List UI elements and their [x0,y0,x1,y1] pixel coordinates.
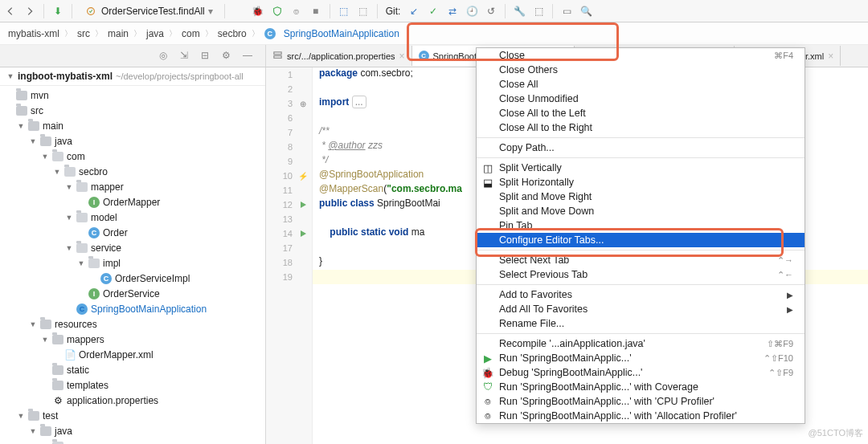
menu-item[interactable]: Pin Tab [477,218,805,233]
crumb[interactable]: src [77,28,90,39]
menu-item[interactable]: Rename File... [477,316,805,331]
menu-item[interactable]: Copy Path... [477,141,805,155]
profile-icon[interactable]: ⌾ [289,4,304,18]
menu-item[interactable]: Close All [477,77,805,92]
menu-item[interactable]: Close All to the Right [477,120,805,135]
tree-label: SpringBootMainApplication [91,303,207,315]
fold-icon[interactable]: ⊕ [297,98,309,109]
tree-node[interactable]: ▼main [0,118,265,133]
gear-icon[interactable]: ⚙ [222,50,235,63]
tree-node[interactable]: ▼secbro [0,164,265,179]
split-vertical-icon: ◫ [482,162,493,173]
menu-item[interactable]: 🛡Run 'SpringBootMainApplic...' with Cove… [477,380,805,394]
menu-item[interactable]: ⌾Run 'SpringBootMainApplic...' with 'All… [477,409,805,423]
submenu-arrow-icon: ▶ [787,305,793,314]
tree-node[interactable]: ▼com [0,438,265,444]
tree-node[interactable]: COrderServiceImpl [0,271,265,286]
close-icon[interactable]: × [828,51,833,62]
tree-node[interactable]: IOrderMapper [0,194,265,210]
tree-node[interactable]: ⚙application.properties [0,393,265,408]
menu-item[interactable]: ▶Run 'SpringBootMainApplic...'⌃⇧F10 [477,351,805,365]
tree-node[interactable]: src [0,103,265,118]
project-tree: mvnsrc▼main▼java▼com▼secbro▼mapperIOrder… [0,86,265,444]
coverage-icon[interactable] [270,4,285,18]
crumb[interactable]: main [108,28,129,39]
menu-item[interactable]: Recompile '...ainApplication.java'⇧⌘F9 [477,336,805,351]
menu-item[interactable]: ◫Split Vertically [477,161,805,175]
vcs-history-icon[interactable]: 🕘 [465,4,479,18]
separator [552,4,553,18]
spring-icon[interactable]: ⚡ [297,170,309,181]
tree-node[interactable]: static [0,362,265,377]
run-gutter-icon[interactable] [297,228,309,239]
tree-node[interactable]: ▼com [0,149,265,164]
locate-icon[interactable]: ◎ [159,50,172,63]
menu-item[interactable]: Select Next Tab⌃→ [477,253,805,267]
search-everywhere-icon[interactable]: 🔧 [512,4,526,18]
add-config-icon[interactable]: ⬇ [51,4,65,18]
project-root[interactable]: ▼ ingboot-mybatis-xml ~/develop/projects… [0,67,265,86]
vcs-compare-icon[interactable]: ⇄ [445,4,460,18]
menu-item[interactable]: Close⌘F4 [477,48,805,63]
menu-item[interactable]: Close All to the Left [477,106,805,120]
menu-item[interactable]: Split and Move Down [477,204,805,218]
deploy-icon[interactable]: ⬚ [337,4,351,18]
menu-item[interactable]: Close Unmodified [477,92,805,106]
menu-item[interactable]: 🐞Debug 'SpringBootMainApplic...'⌃⇧F9 [477,365,805,380]
tree-node[interactable]: CSpringBootMainApplication [0,301,265,316]
crumb[interactable]: mybatis-xml [8,28,59,39]
menu-item[interactable]: Close Others [477,63,805,77]
tree-node[interactable]: ▼mappers [0,332,265,347]
crumb[interactable]: java [146,28,164,39]
run-gutter-icon[interactable] [297,199,309,210]
tree-node[interactable]: ▼impl [0,255,265,271]
menu-item[interactable]: ⬓Split Horizontally [477,175,805,189]
stop-icon[interactable]: ■ [309,4,323,18]
vcs-rollback-icon[interactable]: ↺ [484,4,498,18]
class-icon: C [88,227,100,238]
hide-icon[interactable]: — [243,50,256,63]
properties-icon: ⚙ [52,395,63,406]
forward-icon[interactable] [23,4,37,18]
shortcut: ⇧⌘F9 [767,339,793,349]
tree-label: OrderService [103,288,160,299]
collapse-icon[interactable]: ⊟ [201,50,214,63]
menu-item[interactable]: Add to Favorites▶ [477,287,805,302]
find-icon[interactable]: 🔍 [579,4,593,18]
editor-tab[interactable]: src/.../application.properties× [266,46,412,66]
menu-item[interactable]: Configure Editor Tabs... [477,233,805,247]
folder-icon [28,121,39,131]
tree-node[interactable]: ▼mapper [0,179,265,194]
tree-node[interactable]: mvn [0,88,265,103]
tree-node[interactable]: ▼java [0,133,265,149]
back-icon[interactable] [3,4,18,18]
vcs-commit-icon[interactable]: ✓ [426,4,440,18]
tree-node[interactable]: IOrderService [0,286,265,301]
breadcrumb-current[interactable]: SpringBootMainApplication [284,28,399,39]
tree-node[interactable]: ▼model [0,210,265,225]
tree-label: OrderMapper.xml [79,349,154,360]
layout-icon[interactable]: ▭ [559,4,574,18]
vcs-update-icon[interactable]: ↙ [407,4,421,18]
menu-item[interactable]: Select Previous Tab⌃← [477,267,805,282]
run-config-select[interactable]: OrderServiceTest.findAll ▾ [79,4,218,18]
attach-icon[interactable]: ⬚ [356,4,371,18]
tree-node[interactable]: COrder [0,225,265,240]
debug-icon[interactable]: 🐞 [251,4,265,18]
menu-item[interactable]: Split and Move Right [477,189,805,204]
tree-node[interactable]: 📄OrderMapper.xml [0,347,265,362]
menu-item[interactable]: ⌾Run 'SpringBootMainApplic...' with 'CPU… [477,394,805,409]
crumb[interactable]: com [182,28,200,39]
tree-node[interactable]: templates [0,377,265,393]
tree-node[interactable]: ▼java [0,423,265,438]
menu-item[interactable]: Add All To Favorites▶ [477,302,805,316]
run-icon[interactable] [231,4,246,18]
tree-node[interactable]: ▼resources [0,316,265,332]
expand-icon[interactable]: ⇲ [180,50,193,63]
settings-icon[interactable]: ⬚ [531,4,546,18]
tree-node[interactable]: ▼service [0,240,265,255]
shortcut: ⌃→ [777,255,793,266]
tree-node[interactable]: ▼test [0,408,265,423]
close-icon[interactable]: × [399,51,405,62]
crumb[interactable]: secbro [218,28,247,39]
